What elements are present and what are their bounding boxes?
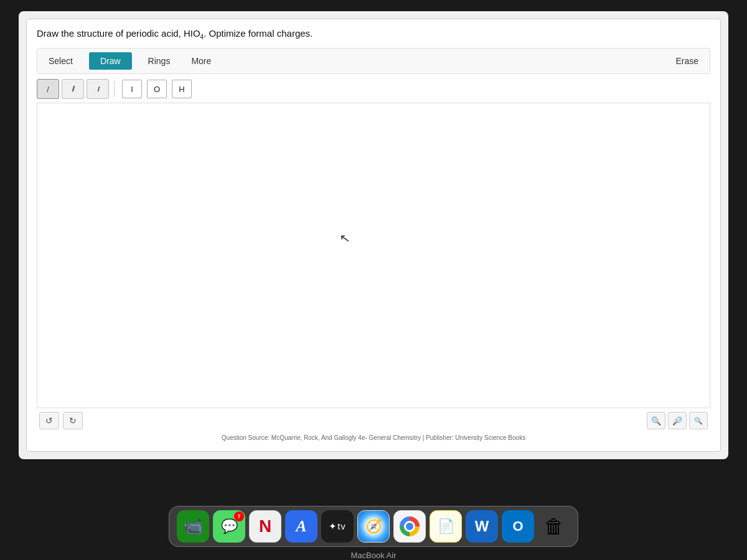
dock-word[interactable]: W bbox=[466, 510, 498, 543]
redo-button[interactable]: ↻ bbox=[63, 412, 83, 429]
select-tool[interactable]: Select bbox=[44, 54, 78, 68]
messages-badge: 7 bbox=[234, 511, 244, 521]
dock: 📹 💬 7 N A ✦tv 🧭 bbox=[169, 506, 578, 547]
dock-trash[interactable]: 🗑 bbox=[538, 510, 570, 543]
facetime-icon: 📹 bbox=[183, 517, 203, 536]
dock-messages[interactable]: 💬 7 bbox=[213, 510, 245, 543]
question-panel: Draw the structure of periodic acid, HIO… bbox=[26, 19, 721, 452]
dock-safari[interactable]: 🧭 bbox=[357, 510, 390, 543]
draw-tool[interactable]: Draw bbox=[89, 52, 132, 70]
redo-icon: ↻ bbox=[69, 416, 77, 426]
dock-news[interactable]: N bbox=[249, 510, 281, 543]
iodine-atom-btn[interactable]: I bbox=[122, 80, 142, 98]
hydrogen-atom-btn[interactable]: H bbox=[172, 80, 192, 98]
zoom-fit-button[interactable]: 🔎 bbox=[668, 412, 687, 429]
drawing-canvas[interactable]: ↖ bbox=[37, 103, 710, 408]
notes-icon: 📄 bbox=[438, 518, 454, 534]
iodine-label: I bbox=[131, 85, 133, 94]
rings-tool[interactable]: Rings bbox=[143, 54, 176, 68]
trash-icon: 🗑 bbox=[544, 515, 564, 538]
zoom-out-button[interactable]: 🔍 bbox=[689, 412, 708, 429]
zoom-in-icon: 🔍 bbox=[651, 416, 661, 426]
more-tool[interactable]: More bbox=[186, 54, 216, 68]
single-bond-icon: / bbox=[47, 85, 49, 94]
question-source: Question Source: McQuarrie, Rock, And Ga… bbox=[37, 433, 710, 442]
single-bond-btn[interactable]: / bbox=[37, 79, 59, 99]
undo-button[interactable]: ↺ bbox=[39, 412, 59, 429]
toolbar: Select Draw Rings More Erase bbox=[37, 48, 710, 74]
question-suffix: . Optimize formal charges. bbox=[204, 28, 312, 39]
dock-notes[interactable]: 📄 bbox=[430, 510, 462, 543]
cursor-arrow: ↖ bbox=[339, 230, 352, 247]
dock-appstore[interactable]: A bbox=[285, 510, 317, 543]
dock-appletv[interactable]: ✦tv bbox=[321, 510, 354, 543]
mac-bottom: 📹 💬 7 N A ✦tv 🧭 bbox=[0, 501, 747, 560]
oxygen-label: O bbox=[154, 85, 160, 94]
dock-facetime[interactable]: 📹 bbox=[177, 510, 209, 543]
bond-tools-row: / // /// I O H bbox=[37, 79, 710, 99]
zoom-in-button[interactable]: 🔍 bbox=[647, 412, 665, 429]
word-icon: W bbox=[475, 518, 489, 535]
zoom-controls: 🔍 🔎 🔍 bbox=[647, 412, 708, 429]
appstore-icon: A bbox=[296, 517, 306, 536]
dock-chrome[interactable] bbox=[393, 510, 426, 543]
messages-icon: 💬 bbox=[221, 518, 238, 534]
double-bond-icon: // bbox=[72, 85, 74, 93]
macbook-label: MacBook Air bbox=[351, 551, 397, 560]
hydrogen-label: H bbox=[179, 85, 184, 94]
dock-outlook[interactable]: O bbox=[502, 510, 534, 543]
outlook-icon: O bbox=[512, 518, 523, 534]
screen-area: Draw the structure of periodic acid, HIO… bbox=[19, 11, 728, 459]
undo-icon: ↺ bbox=[45, 416, 53, 426]
triple-bond-btn[interactable]: /// bbox=[87, 79, 109, 99]
appletv-icon: ✦tv bbox=[329, 521, 346, 532]
news-icon: N bbox=[259, 516, 271, 536]
question-main: Draw the structure of periodic acid, HIO bbox=[37, 28, 200, 39]
zoom-out-icon: 🔍 bbox=[694, 417, 703, 425]
safari-icon: 🧭 bbox=[365, 518, 382, 534]
erase-tool[interactable]: Erase bbox=[670, 54, 703, 68]
zoom-fit-icon: 🔎 bbox=[672, 416, 682, 426]
bottom-controls: ↺ ↻ 🔍 🔎 🔍 bbox=[37, 408, 710, 431]
oxygen-atom-btn[interactable]: O bbox=[147, 80, 167, 98]
double-bond-btn[interactable]: // bbox=[62, 79, 84, 99]
undo-redo-group: ↺ ↻ bbox=[39, 412, 83, 429]
question-text: Draw the structure of periodic acid, HIO… bbox=[37, 28, 710, 40]
chrome-icon bbox=[400, 516, 420, 536]
toolbar-separator bbox=[114, 81, 115, 97]
dock-container: 📹 💬 7 N A ✦tv 🧭 bbox=[19, 506, 728, 547]
